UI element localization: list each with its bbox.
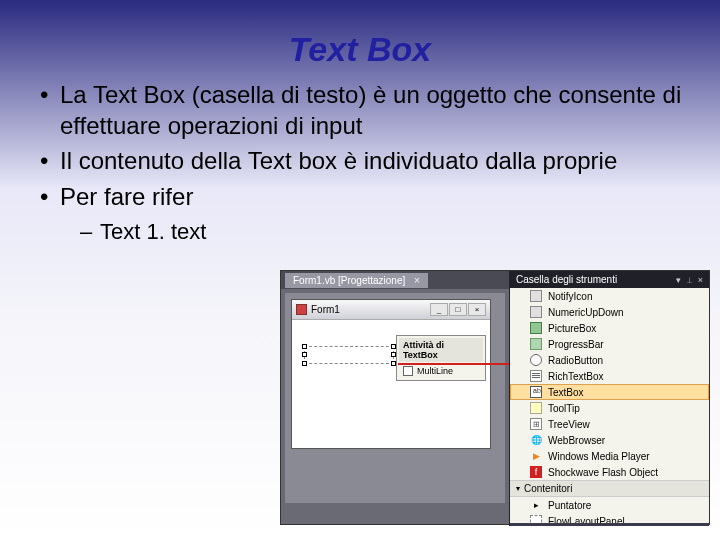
toolbox-item-label: PictureBox (548, 323, 596, 334)
flash-icon: f (530, 466, 542, 478)
toolbox-item[interactable]: PictureBox (510, 320, 709, 336)
toolbox-item-label: ToolTip (548, 403, 580, 414)
toolbox-item-label: Windows Media Player (548, 451, 650, 462)
slide-content: La Text Box (casella di testo) è un ogge… (0, 79, 720, 246)
smart-tag-title: Attività di TextBox (399, 338, 483, 362)
toolbox-item[interactable]: fShockwave Flash Object (510, 464, 709, 480)
toolbox-body: NotifyIconNumericUpDownPictureBoxProgres… (510, 288, 709, 523)
sub-bullet-1: Text 1. text (80, 218, 690, 247)
resize-handle[interactable] (302, 344, 307, 349)
toolbox-item[interactable]: NumericUpDown (510, 304, 709, 320)
tree-icon (530, 418, 542, 430)
wmp-icon: ▶ (530, 450, 542, 462)
ide-screenshot: Form1.vb [Progettazione] × Form1 _ □ × (280, 270, 710, 525)
progress-icon (530, 338, 542, 350)
form-window[interactable]: Form1 _ □ × Attività di TextBox (291, 299, 491, 449)
toolbox-header: Casella degli strumenti ▾ ⟂ × (510, 271, 709, 288)
toolbox-item[interactable]: ProgressBar (510, 336, 709, 352)
bullet-2: Il contenuto della Text box è individuat… (40, 145, 690, 176)
slide-title: Text Box (0, 0, 720, 79)
tab-label: Form1.vb [Progettazione] (293, 275, 405, 286)
updown-icon (530, 306, 542, 318)
textbox-control[interactable] (304, 346, 394, 364)
close-button[interactable]: × (468, 303, 486, 316)
toolbox-item-label: Puntatore (548, 500, 591, 511)
multiline-checkbox[interactable] (403, 366, 413, 376)
toolbox-title: Casella degli strumenti (516, 274, 617, 285)
picture-icon (530, 322, 542, 334)
close-panel-icon[interactable]: × (698, 275, 703, 285)
dropdown-icon[interactable]: ▾ (676, 275, 681, 285)
form-icon (296, 304, 307, 315)
pointer-icon: ▸ (530, 499, 542, 511)
form-designer: Form1 _ □ × Attività di TextBox (285, 293, 505, 503)
updown-icon (530, 290, 542, 302)
toolbox-item[interactable]: RichTextBox (510, 368, 709, 384)
minimize-button[interactable]: _ (430, 303, 448, 316)
toolbox-item-label: TextBox (548, 387, 584, 398)
maximize-button[interactable]: □ (449, 303, 467, 316)
toolbox-item-label: NumericUpDown (548, 307, 624, 318)
radio-icon (530, 354, 542, 366)
resize-handle[interactable] (302, 361, 307, 366)
textbox-icon (530, 386, 542, 398)
toolbox-item-label: FlowLayoutPanel (548, 516, 625, 524)
smart-tag-panel[interactable]: Attività di TextBox MultiLine (396, 335, 486, 381)
bullet-1: La Text Box (casella di testo) è un ogge… (40, 79, 690, 141)
section-label: Contenitori (524, 483, 572, 494)
designer-tab[interactable]: Form1.vb [Progettazione] × (285, 273, 428, 288)
toolbox-item[interactable]: ▶Windows Media Player (510, 448, 709, 464)
toolbox-item[interactable]: TextBox (510, 384, 709, 400)
toolbox-section-header[interactable]: ▾ Contenitori (510, 480, 709, 497)
toolbox-item[interactable]: ToolTip (510, 400, 709, 416)
form-titlebar: Form1 _ □ × (292, 300, 490, 320)
collapse-icon: ▾ (516, 484, 520, 493)
toolbox-item-label: TreeView (548, 419, 590, 430)
toolbox-item-label: NotifyIcon (548, 291, 592, 302)
toolbox-item-label: RadioButton (548, 355, 603, 366)
toolbox-item-label: Shockwave Flash Object (548, 467, 658, 478)
toolbox-item[interactable]: NotifyIcon (510, 288, 709, 304)
toolbox-item[interactable]: TreeView (510, 416, 709, 432)
pin-icon[interactable]: ⟂ (687, 275, 692, 285)
resize-handle[interactable] (302, 352, 307, 357)
toolbox-item[interactable]: FlowLayoutPanel (510, 513, 709, 523)
toolbox-item-label: RichTextBox (548, 371, 604, 382)
close-tab-icon[interactable]: × (414, 275, 420, 286)
multiline-label: MultiLine (417, 366, 453, 376)
flow-icon (530, 515, 542, 523)
toolbox-item[interactable]: RadioButton (510, 352, 709, 368)
bullet-3: Per fare rifer (40, 181, 690, 212)
tooltip-icon (530, 402, 542, 414)
form-title: Form1 (311, 304, 430, 315)
toolbox-item-label: WebBrowser (548, 435, 605, 446)
toolbox-item[interactable]: 🌐WebBrowser (510, 432, 709, 448)
web-icon: 🌐 (530, 434, 542, 446)
toolbox-item[interactable]: ▸Puntatore (510, 497, 709, 513)
toolbox-panel: Casella degli strumenti ▾ ⟂ × NotifyIcon… (509, 271, 709, 526)
toolbox-item-label: ProgressBar (548, 339, 604, 350)
rich-icon (530, 370, 542, 382)
